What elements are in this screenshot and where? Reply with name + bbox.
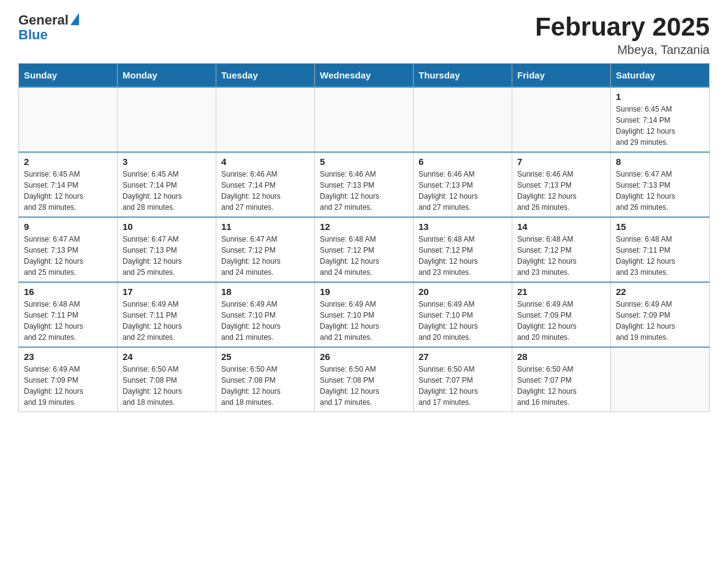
day-info: Sunrise: 6:45 AM Sunset: 7:14 PM Dayligh… [24, 169, 112, 213]
day-info: Sunrise: 6:49 AM Sunset: 7:09 PM Dayligh… [616, 299, 704, 343]
day-info: Sunrise: 6:49 AM Sunset: 7:10 PM Dayligh… [221, 299, 309, 343]
calendar-cell [19, 87, 118, 152]
day-number: 26 [320, 351, 408, 362]
calendar-cell: 15Sunrise: 6:48 AM Sunset: 7:11 PM Dayli… [611, 217, 710, 282]
day-number: 7 [517, 156, 605, 167]
day-info: Sunrise: 6:46 AM Sunset: 7:13 PM Dayligh… [517, 169, 605, 213]
day-number: 5 [320, 156, 408, 167]
day-number: 13 [419, 221, 507, 232]
day-info: Sunrise: 6:49 AM Sunset: 7:11 PM Dayligh… [123, 299, 211, 343]
calendar-cell [315, 87, 414, 152]
calendar-cell [414, 87, 512, 152]
day-number: 10 [123, 221, 211, 232]
weekday-header-tuesday: Tuesday [216, 64, 315, 88]
day-number: 14 [517, 221, 605, 232]
day-info: Sunrise: 6:48 AM Sunset: 7:12 PM Dayligh… [517, 234, 605, 278]
calendar-cell: 17Sunrise: 6:49 AM Sunset: 7:11 PM Dayli… [118, 282, 216, 347]
calendar-cell: 18Sunrise: 6:49 AM Sunset: 7:10 PM Dayli… [216, 282, 315, 347]
day-number: 3 [123, 156, 211, 167]
calendar-cell: 19Sunrise: 6:49 AM Sunset: 7:10 PM Dayli… [315, 282, 414, 347]
calendar-cell: 7Sunrise: 6:46 AM Sunset: 7:13 PM Daylig… [512, 152, 611, 217]
calendar-cell: 13Sunrise: 6:48 AM Sunset: 7:12 PM Dayli… [414, 217, 512, 282]
calendar-cell: 5Sunrise: 6:46 AM Sunset: 7:13 PM Daylig… [315, 152, 414, 217]
day-info: Sunrise: 6:50 AM Sunset: 7:08 PM Dayligh… [123, 364, 211, 408]
calendar-week-row: 16Sunrise: 6:48 AM Sunset: 7:11 PM Dayli… [19, 282, 710, 347]
weekday-header-wednesday: Wednesday [315, 64, 414, 88]
calendar-cell [611, 347, 710, 412]
day-number: 4 [221, 156, 309, 167]
calendar-cell: 10Sunrise: 6:47 AM Sunset: 7:13 PM Dayli… [118, 217, 216, 282]
day-info: Sunrise: 6:49 AM Sunset: 7:09 PM Dayligh… [517, 299, 605, 343]
calendar-cell: 22Sunrise: 6:49 AM Sunset: 7:09 PM Dayli… [611, 282, 710, 347]
calendar-cell: 24Sunrise: 6:50 AM Sunset: 7:08 PM Dayli… [118, 347, 216, 412]
calendar-week-row: 23Sunrise: 6:49 AM Sunset: 7:09 PM Dayli… [19, 347, 710, 412]
location-subtitle: Mbeya, Tanzania [535, 43, 710, 57]
calendar-cell: 8Sunrise: 6:47 AM Sunset: 7:13 PM Daylig… [611, 152, 710, 217]
month-year-title: February 2025 [535, 12, 710, 42]
day-number: 19 [320, 286, 408, 297]
calendar-cell: 23Sunrise: 6:49 AM Sunset: 7:09 PM Dayli… [19, 347, 118, 412]
day-number: 27 [419, 351, 507, 362]
day-number: 1 [616, 91, 704, 102]
day-info: Sunrise: 6:46 AM Sunset: 7:13 PM Dayligh… [320, 169, 408, 213]
calendar-cell: 9Sunrise: 6:47 AM Sunset: 7:13 PM Daylig… [19, 217, 118, 282]
day-info: Sunrise: 6:48 AM Sunset: 7:12 PM Dayligh… [320, 234, 408, 278]
calendar-cell: 14Sunrise: 6:48 AM Sunset: 7:12 PM Dayli… [512, 217, 611, 282]
calendar-cell: 12Sunrise: 6:48 AM Sunset: 7:12 PM Dayli… [315, 217, 414, 282]
day-number: 11 [221, 221, 309, 232]
calendar-cell: 27Sunrise: 6:50 AM Sunset: 7:07 PM Dayli… [414, 347, 512, 412]
calendar-week-row: 9Sunrise: 6:47 AM Sunset: 7:13 PM Daylig… [19, 217, 710, 282]
day-info: Sunrise: 6:48 AM Sunset: 7:11 PM Dayligh… [616, 234, 704, 278]
day-info: Sunrise: 6:50 AM Sunset: 7:07 PM Dayligh… [419, 364, 507, 408]
calendar-cell: 28Sunrise: 6:50 AM Sunset: 7:07 PM Dayli… [512, 347, 611, 412]
calendar-cell [216, 87, 315, 152]
day-number: 24 [123, 351, 211, 362]
day-number: 16 [24, 286, 112, 297]
calendar-cell [118, 87, 216, 152]
day-info: Sunrise: 6:50 AM Sunset: 7:07 PM Dayligh… [517, 364, 605, 408]
calendar-table: SundayMondayTuesdayWednesdayThursdayFrid… [18, 63, 710, 412]
day-number: 25 [221, 351, 309, 362]
day-info: Sunrise: 6:47 AM Sunset: 7:12 PM Dayligh… [221, 234, 309, 278]
logo-blue-text: Blue [18, 27, 48, 43]
day-info: Sunrise: 6:46 AM Sunset: 7:14 PM Dayligh… [221, 169, 309, 213]
calendar-cell: 4Sunrise: 6:46 AM Sunset: 7:14 PM Daylig… [216, 152, 315, 217]
calendar-cell: 20Sunrise: 6:49 AM Sunset: 7:10 PM Dayli… [414, 282, 512, 347]
page-header: General Blue February 2025 Mbeya, Tanzan… [18, 12, 710, 57]
logo-general-text: General [18, 12, 69, 28]
day-info: Sunrise: 6:46 AM Sunset: 7:13 PM Dayligh… [419, 169, 507, 213]
calendar-cell: 26Sunrise: 6:50 AM Sunset: 7:08 PM Dayli… [315, 347, 414, 412]
day-number: 21 [517, 286, 605, 297]
weekday-header-sunday: Sunday [19, 64, 118, 88]
calendar-cell: 16Sunrise: 6:48 AM Sunset: 7:11 PM Dayli… [19, 282, 118, 347]
calendar-week-row: 2Sunrise: 6:45 AM Sunset: 7:14 PM Daylig… [19, 152, 710, 217]
weekday-header-saturday: Saturday [611, 64, 710, 88]
day-number: 18 [221, 286, 309, 297]
weekday-header-row: SundayMondayTuesdayWednesdayThursdayFrid… [19, 64, 710, 88]
day-number: 2 [24, 156, 112, 167]
day-number: 28 [517, 351, 605, 362]
day-info: Sunrise: 6:47 AM Sunset: 7:13 PM Dayligh… [123, 234, 211, 278]
day-info: Sunrise: 6:47 AM Sunset: 7:13 PM Dayligh… [24, 234, 112, 278]
logo-row: General [18, 12, 79, 28]
day-number: 23 [24, 351, 112, 362]
calendar-cell [512, 87, 611, 152]
weekday-header-friday: Friday [512, 64, 611, 88]
calendar-cell: 25Sunrise: 6:50 AM Sunset: 7:08 PM Dayli… [216, 347, 315, 412]
day-info: Sunrise: 6:49 AM Sunset: 7:10 PM Dayligh… [320, 299, 408, 343]
day-number: 9 [24, 221, 112, 232]
calendar-cell: 11Sunrise: 6:47 AM Sunset: 7:12 PM Dayli… [216, 217, 315, 282]
logo: General Blue [18, 12, 79, 43]
calendar-cell: 3Sunrise: 6:45 AM Sunset: 7:14 PM Daylig… [118, 152, 216, 217]
calendar-week-row: 1Sunrise: 6:45 AM Sunset: 7:14 PM Daylig… [19, 87, 710, 152]
day-info: Sunrise: 6:50 AM Sunset: 7:08 PM Dayligh… [221, 364, 309, 408]
day-info: Sunrise: 6:48 AM Sunset: 7:11 PM Dayligh… [24, 299, 112, 343]
day-info: Sunrise: 6:49 AM Sunset: 7:09 PM Dayligh… [24, 364, 112, 408]
day-number: 20 [419, 286, 507, 297]
calendar-cell: 6Sunrise: 6:46 AM Sunset: 7:13 PM Daylig… [414, 152, 512, 217]
calendar-cell: 2Sunrise: 6:45 AM Sunset: 7:14 PM Daylig… [19, 152, 118, 217]
day-info: Sunrise: 6:45 AM Sunset: 7:14 PM Dayligh… [616, 104, 704, 148]
calendar-cell: 1Sunrise: 6:45 AM Sunset: 7:14 PM Daylig… [611, 87, 710, 152]
day-number: 17 [123, 286, 211, 297]
day-number: 15 [616, 221, 704, 232]
